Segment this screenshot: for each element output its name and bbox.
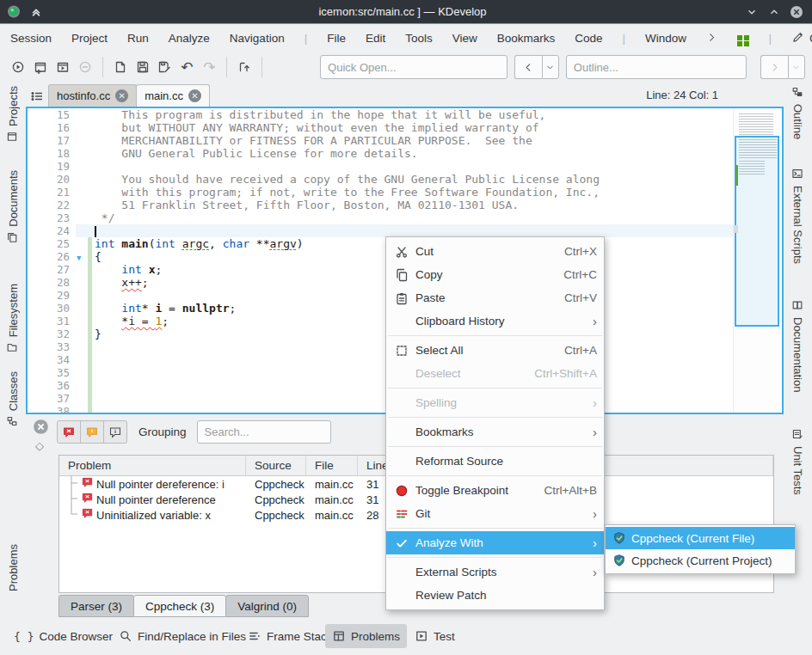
save-button[interactable]: [132, 56, 154, 78]
dock-tab-documents[interactable]: Documents: [0, 170, 26, 245]
menubar-item-session[interactable]: Session: [10, 32, 52, 45]
jump-to-cursor-button[interactable]: [233, 56, 255, 78]
toolview-button-test[interactable]: Test: [408, 624, 462, 648]
context-menu-item-bookmarks[interactable]: Bookmarks›: [386, 420, 604, 444]
line-number[interactable]: 30: [40, 302, 76, 315]
menubar-item-navigation[interactable]: Navigation: [230, 32, 285, 45]
minimap-scrollbar[interactable]: [733, 108, 782, 413]
code-line[interactable]: 36: [28, 379, 733, 392]
dock-tab-external-scripts[interactable]: External Scripts: [784, 168, 812, 264]
line-number[interactable]: 20: [40, 173, 76, 186]
toolview-button-code-browser[interactable]: { }Code Browser: [7, 624, 120, 648]
context-menu-item-paste[interactable]: PasteCtrl+V: [386, 286, 604, 309]
back-dropdown-icon[interactable]: [542, 55, 559, 79]
run-configurations-button[interactable]: [7, 56, 29, 78]
fold-column[interactable]: [76, 224, 95, 237]
line-number[interactable]: 33: [40, 340, 76, 353]
menubar-item-window[interactable]: Window: [645, 32, 686, 45]
toolview-handle-icon[interactable]: ◇: [35, 439, 44, 452]
context-menu-item-reformat-source[interactable]: Reformat Source: [386, 450, 604, 473]
fold-column[interactable]: [76, 108, 95, 121]
fold-column[interactable]: [76, 405, 95, 413]
grouping-dropdown[interactable]: Grouping: [138, 425, 187, 438]
menubar-item-tools[interactable]: Tools: [405, 32, 433, 45]
fold-column[interactable]: [76, 340, 95, 353]
code-line[interactable]: 17 MERCHANTABILITY or FITNESS FOR A PART…: [28, 134, 733, 147]
menubar-item-bookmarks[interactable]: Bookmarks: [497, 32, 556, 45]
filter-errors-button[interactable]: [57, 420, 81, 444]
code-line[interactable]: 25int main(int argc, char **argv): [28, 237, 733, 250]
submenu-item-cppcheck-current-file[interactable]: Cppcheck (Current File): [606, 527, 795, 549]
fold-column[interactable]: [76, 392, 95, 405]
session-grid-icon[interactable]: [737, 30, 749, 47]
fold-column[interactable]: [76, 237, 95, 250]
code-line[interactable]: 18 GNU General Public License for more d…: [28, 147, 733, 160]
fold-column[interactable]: [76, 379, 95, 392]
line-number[interactable]: 36: [40, 379, 76, 392]
minimap-viewport[interactable]: [735, 136, 779, 327]
next-context-button[interactable]: [760, 55, 805, 79]
submenu-item-cppcheck-current-project[interactable]: Cppcheck (Current Project): [606, 549, 795, 572]
column-header-file[interactable]: File: [306, 456, 358, 475]
fold-column[interactable]: [76, 147, 95, 160]
code-line[interactable]: 19: [28, 160, 733, 173]
filter-hints-button[interactable]: [103, 420, 127, 444]
code-line[interactable]: 21 with this program; if not, write to t…: [28, 186, 733, 199]
menubar-item-file[interactable]: File: [327, 32, 346, 45]
shade-icon[interactable]: [29, 5, 43, 19]
quick-open-input[interactable]: [320, 55, 508, 79]
dock-tab-outline[interactable]: Outline: [784, 86, 812, 139]
fold-column[interactable]: [76, 186, 95, 199]
forward-chevron-icon[interactable]: [760, 55, 788, 79]
code-line[interactable]: 37: [28, 392, 733, 405]
line-number[interactable]: 29: [40, 289, 76, 302]
line-number[interactable]: 23: [40, 211, 76, 224]
tab-close-icon[interactable]: ✕: [188, 89, 201, 102]
close-icon[interactable]: [790, 5, 803, 19]
line-number[interactable]: 28: [40, 276, 76, 289]
area-switcher-code-button[interactable]: Code: [791, 31, 812, 46]
context-menu-item-git[interactable]: Git›: [386, 502, 604, 525]
save-as-button[interactable]: [153, 56, 175, 78]
tab-close-icon[interactable]: ✕: [115, 89, 128, 102]
dock-tab-documentation[interactable]: Documentation: [784, 299, 812, 392]
code-line[interactable]: 23 */: [28, 211, 733, 224]
code-line[interactable]: 29: [28, 289, 733, 302]
code-line[interactable]: 38: [28, 405, 733, 413]
code-line[interactable]: 30 int* i = nullptr;: [28, 302, 733, 315]
minimize-icon[interactable]: [745, 5, 759, 19]
context-menu-item-copy[interactable]: CopyCtrl+C: [386, 263, 604, 286]
stop-button[interactable]: [74, 56, 96, 78]
line-number[interactable]: 25: [40, 237, 76, 250]
line-number[interactable]: 34: [40, 353, 76, 366]
code-line[interactable]: 22 51 Franklin Street, Fifth Floor, Bost…: [28, 199, 733, 211]
execute-button[interactable]: [52, 56, 74, 78]
menubar-item-code[interactable]: Code: [575, 32, 602, 45]
line-number[interactable]: 17: [40, 134, 76, 147]
fold-column[interactable]: [76, 160, 95, 173]
undo-button[interactable]: ↶: [175, 56, 198, 78]
code-line[interactable]: 16 but WITHOUT ANY WARRANTY; without eve…: [28, 121, 733, 134]
code-line[interactable]: 31 *i = 1;: [28, 315, 733, 328]
code-line[interactable]: 34: [28, 353, 733, 366]
code-line[interactable]: 26▼{: [28, 250, 733, 263]
line-number[interactable]: 38: [40, 405, 76, 413]
fold-column[interactable]: [76, 315, 95, 328]
maximize-icon[interactable]: [767, 5, 781, 19]
previous-context-button[interactable]: [514, 55, 559, 79]
context-menu-item-analyze-with[interactable]: Analyze With›: [386, 531, 604, 554]
line-number[interactable]: 21: [40, 186, 76, 199]
menubar-item-edit[interactable]: Edit: [366, 32, 385, 45]
document-switcher-icon[interactable]: [26, 86, 48, 107]
context-menu-item-toggle-breakpoint[interactable]: Toggle BreakpointCtrl+Alt+B: [386, 479, 604, 502]
fold-column[interactable]: [76, 263, 95, 276]
problems-search-input[interactable]: [197, 420, 331, 444]
line-number[interactable]: 27: [40, 263, 76, 276]
line-number[interactable]: 19: [40, 160, 76, 173]
back-chevron-icon[interactable]: [514, 55, 542, 79]
toolview-close-icon[interactable]: [33, 419, 49, 438]
fold-column[interactable]: [76, 366, 95, 379]
problems-source-tab-valgrind-0[interactable]: Valgrind (0): [225, 595, 309, 617]
fold-column[interactable]: [76, 302, 95, 315]
code-line[interactable]: 27 int x;: [28, 263, 733, 276]
